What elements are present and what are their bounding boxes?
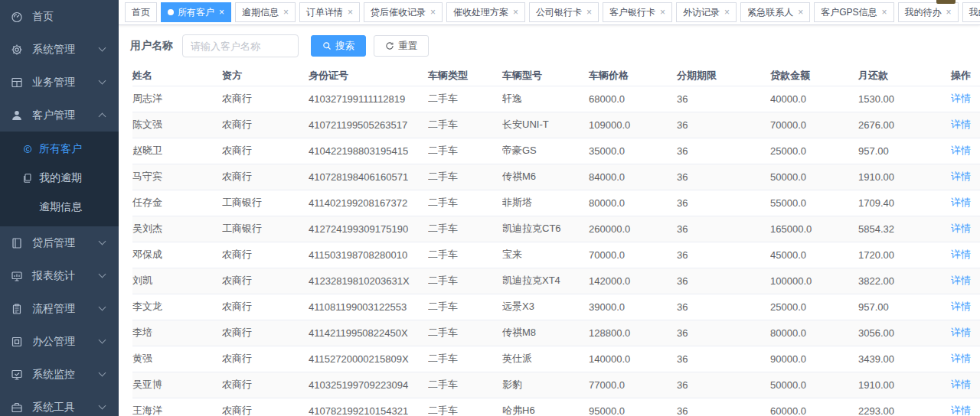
- sidebar-item-label: 报表统计: [32, 269, 100, 283]
- cell-monthly_payment: 1720.00: [858, 242, 951, 268]
- detail-link[interactable]: 详情: [951, 171, 971, 182]
- column-header-monthly_payment: 月还款: [858, 67, 951, 86]
- cell-vehicle_model: 帝豪GS: [502, 138, 589, 164]
- cell-vehicle_price: 77000.0: [589, 372, 677, 398]
- tab-label: 催收处理方案: [453, 6, 508, 19]
- cell-installment_term: 36: [677, 372, 770, 398]
- reset-button[interactable]: 重置: [374, 35, 429, 57]
- detail-link[interactable]: 详情: [951, 275, 971, 286]
- search-input[interactable]: [182, 34, 299, 57]
- cell-installment_term: 36: [677, 216, 770, 242]
- detail-link[interactable]: 详情: [951, 301, 971, 312]
- tab-list: 首页所有客户×逾期信息×订单详情×贷后催收记录×催收处理方案×公司银行卡×客户银…: [125, 2, 980, 22]
- cell-vehicle_type: 二手车: [428, 268, 502, 294]
- sidebar-item-overdue-info[interactable]: 逾期信息: [0, 193, 119, 222]
- detail-link[interactable]: 详情: [951, 145, 971, 156]
- header-tab-6[interactable]: 催收处理方案×: [446, 2, 525, 22]
- detail-link[interactable]: 详情: [951, 405, 971, 416]
- sidebar-subitem-label: 所有客户: [39, 142, 82, 156]
- sidebar-item-system-tools[interactable]: 系统工具: [0, 391, 119, 416]
- header-tab-3[interactable]: 逾期信息×: [235, 2, 296, 22]
- tab-bar: 首页所有客户×逾期信息×订单详情×贷后催收记录×催收处理方案×公司银行卡×客户银…: [119, 0, 980, 25]
- sidebar-item-report-stats[interactable]: 报表统计: [0, 259, 119, 292]
- cell-vehicle_type: 二手车: [428, 138, 502, 164]
- detail-link[interactable]: 详情: [951, 249, 971, 260]
- cell-installment_term: 36: [677, 164, 770, 190]
- sidebar-item-my-overdue[interactable]: 我的逾期: [0, 164, 119, 193]
- close-icon[interactable]: ×: [946, 8, 952, 17]
- circle-c-icon: [22, 144, 33, 154]
- header-tab-7[interactable]: 公司银行卡×: [529, 2, 599, 22]
- cell-name: 马守宾: [132, 164, 222, 190]
- header-tab-13[interactable]: 我的流程×: [962, 2, 980, 22]
- header-tab-5[interactable]: 贷后催收记录×: [364, 2, 443, 22]
- detail-link[interactable]: 详情: [951, 353, 971, 364]
- cell-action: 详情: [951, 372, 980, 398]
- sidebar-item-label: 系统管理: [32, 43, 100, 57]
- active-tab-dot-icon: [168, 9, 174, 15]
- cell-vehicle_type: 二手车: [428, 372, 502, 398]
- header-tab-4[interactable]: 订单详情×: [299, 2, 360, 22]
- close-icon[interactable]: ×: [283, 8, 289, 17]
- chevron-down-icon: [99, 271, 106, 278]
- header-tab-2[interactable]: 所有客户×: [161, 2, 231, 22]
- header-tab-8[interactable]: 客户银行卡×: [603, 2, 672, 22]
- sidebar-subitem-label: 逾期信息: [39, 200, 82, 214]
- detail-link[interactable]: 详情: [951, 223, 971, 234]
- sidebar-item-home[interactable]: 首页: [0, 0, 119, 33]
- header-tab-10[interactable]: 紧急联系人×: [740, 2, 810, 22]
- cell-installment_term: 36: [677, 268, 770, 294]
- detail-link[interactable]: 详情: [951, 379, 971, 390]
- cell-vehicle_model: 轩逸: [502, 86, 589, 112]
- sidebar-item-system-mgmt[interactable]: 系统管理: [0, 33, 119, 66]
- detail-link[interactable]: 详情: [951, 327, 971, 338]
- detail-link[interactable]: 详情: [951, 197, 971, 208]
- sidebar-item-all-customers[interactable]: 所有客户: [0, 135, 119, 164]
- table-row: 吴刘杰工商银行412724199309175190二手车凯迪拉克CT626000…: [132, 216, 980, 242]
- search-button[interactable]: 搜索: [311, 35, 366, 57]
- magnifier-icon: [322, 41, 332, 50]
- cell-loan_amount: 80000.0: [770, 320, 858, 346]
- sidebar-item-system-monitor[interactable]: 系统监控: [0, 358, 119, 391]
- cell-vehicle_type: 二手车: [428, 320, 502, 346]
- cell-name: 李文龙: [132, 294, 222, 320]
- header-tab-1[interactable]: 首页: [125, 2, 157, 22]
- sidebar-item-process-mgmt[interactable]: 流程管理: [0, 292, 119, 325]
- user-icon: [11, 109, 23, 122]
- sidebar-item-office-mgmt[interactable]: 办公管理: [0, 325, 119, 358]
- sidebar-item-label: 贷后管理: [32, 236, 100, 250]
- tab-label: 贷后催收记录: [371, 6, 426, 19]
- close-icon[interactable]: ×: [660, 8, 665, 17]
- table-row: 李文龙农商行411081199003122553二手车远景X339000.036…: [132, 294, 980, 320]
- cell-id_number: 410782199210154321: [309, 398, 428, 416]
- close-icon[interactable]: ×: [348, 8, 353, 17]
- close-icon[interactable]: ×: [881, 8, 887, 17]
- search-button-label: 搜索: [335, 40, 354, 53]
- header-tab-11[interactable]: 客户GPS信息×: [814, 2, 893, 22]
- cell-loan_amount: 55000.0: [770, 190, 858, 216]
- close-icon[interactable]: ×: [586, 8, 592, 17]
- sidebar-item-business-mgmt[interactable]: 业务管理: [0, 66, 119, 99]
- sidebar-item-customer-mgmt[interactable]: 客户管理: [0, 99, 119, 132]
- close-icon[interactable]: ×: [513, 8, 518, 17]
- table-row: 任存金工商银行411402199208167372二手车菲斯塔80000.036…: [132, 190, 980, 216]
- detail-link[interactable]: 详情: [951, 93, 971, 104]
- cell-loan_amount: 50000.0: [770, 164, 858, 190]
- close-icon[interactable]: ×: [724, 8, 730, 17]
- cell-vehicle_model: 凯迪拉克XT4: [502, 268, 589, 294]
- detail-link[interactable]: 详情: [951, 119, 971, 130]
- close-icon[interactable]: ×: [219, 8, 224, 17]
- close-icon[interactable]: ×: [430, 8, 436, 17]
- avatar-sliver[interactable]: [936, 0, 956, 4]
- cell-installment_term: 36: [677, 398, 770, 416]
- table-row: 陈文强农商行410721199505263517二手车长安UNI-T109000…: [132, 112, 980, 138]
- header-tab-12[interactable]: 我的待办×: [898, 2, 959, 22]
- sidebar-item-post-loan-mgmt[interactable]: 贷后管理: [0, 226, 119, 259]
- close-icon[interactable]: ×: [798, 8, 803, 17]
- header-tab-9[interactable]: 外访记录×: [676, 2, 737, 22]
- cell-funder: 农商行: [222, 242, 309, 268]
- cell-action: 详情: [951, 398, 980, 416]
- cell-installment_term: 36: [677, 346, 770, 372]
- cell-action: 详情: [951, 86, 980, 112]
- sidebar: 首页系统管理业务管理客户管理所有客户我的逾期逾期信息贷后管理报表统计流程管理办公…: [0, 0, 119, 416]
